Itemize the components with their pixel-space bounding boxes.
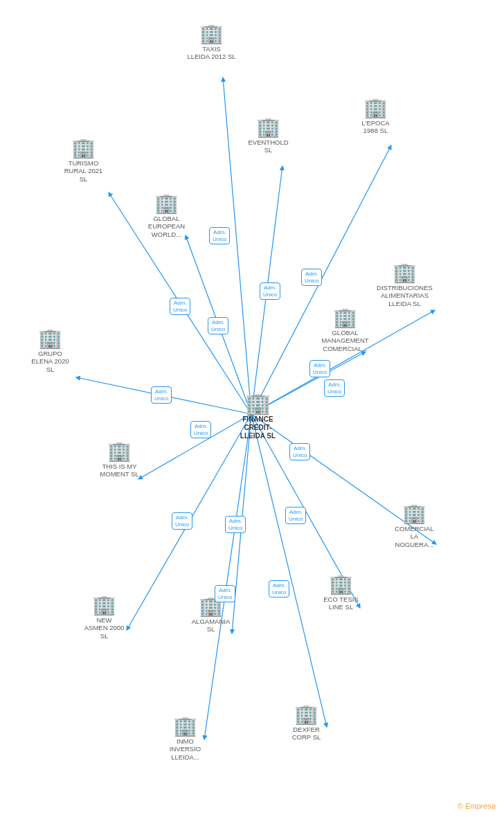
building-icon-eco_tesis: 🏢 xyxy=(329,575,353,594)
node-global_european[interactable]: 🏢GLOBALEUROPEANWORLD... xyxy=(137,194,196,238)
building-icon-dexfer_corp: 🏢 xyxy=(294,705,318,724)
node-comercial_noguera[interactable]: 🏢COMERCIALLANOGUERA... xyxy=(385,504,444,548)
badge-b6[interactable]: Adm.Unico xyxy=(151,386,172,404)
building-icon-distribuciones: 🏢 xyxy=(393,263,417,282)
node-dexfer_corp[interactable]: 🏢DEXFERCORP SL xyxy=(277,705,336,742)
building-icon-turismo: 🏢 xyxy=(71,138,96,158)
label-eventhold: EVENTHOLDSL xyxy=(248,138,288,154)
badge-b10[interactable]: Adm.Unico xyxy=(289,443,310,460)
graph-container: 🏢 FINANCE CREDIT-LLEIDA SL 🏢TAXISLLEIDA … xyxy=(0,0,504,817)
label-lepoca: L'EPOCA1988 SL xyxy=(361,119,389,135)
badge-b11[interactable]: Adm.Unico xyxy=(172,512,192,530)
badge-b4[interactable]: Adm.Unico xyxy=(260,282,280,300)
badge-b12[interactable]: Adm.Unico xyxy=(225,516,246,533)
badge-b5[interactable]: Adm.Unico xyxy=(301,269,322,286)
building-icon-inmo: 🏢 xyxy=(173,717,197,736)
badge-b7[interactable]: Adm.Unico xyxy=(190,421,211,438)
node-distribuciones[interactable]: 🏢DISTRIBUCIONESALIMENTARIASLLEIDA SL xyxy=(375,263,434,307)
node-this_is_moment[interactable]: 🏢THIS IS MYMOMENT SL xyxy=(90,442,149,478)
copyright: © Empresa xyxy=(458,802,496,810)
badge-b3[interactable]: Adm.Unico xyxy=(208,317,228,334)
building-icon-this_is_moment: 🏢 xyxy=(107,442,132,461)
badge-b15[interactable]: Adm.Unico xyxy=(269,580,289,598)
node-inmo[interactable]: 🏢INMOINVERSIOLLEIDA... xyxy=(156,717,215,761)
badge-b1[interactable]: Adm.Unico xyxy=(209,227,230,244)
building-icon-grupo_elena: 🏢 xyxy=(38,329,62,348)
node-lepoca[interactable]: 🏢L'EPOCA1988 SL xyxy=(346,98,405,135)
node-taxis[interactable]: 🏢TAXISLLEIDA 2012 SL xyxy=(182,24,241,61)
label-this_is_moment: THIS IS MYMOMENT SL xyxy=(100,463,138,478)
building-icon-global_european: 🏢 xyxy=(154,194,179,213)
building-icon-lepoca: 🏢 xyxy=(363,98,388,118)
building-icon-center: 🏢 xyxy=(245,393,271,414)
building-icon-global_management: 🏢 xyxy=(333,308,357,327)
building-icon-new_asmen: 🏢 xyxy=(92,595,116,615)
node-new_asmen[interactable]: 🏢NEWASMEN 2000SL xyxy=(75,595,134,640)
building-icon-comercial_noguera: 🏢 xyxy=(402,504,426,523)
svg-line-13 xyxy=(251,414,327,727)
label-grupo_elena: GRUPOELENA 2020SL xyxy=(31,350,69,373)
badge-b9[interactable]: Adm.Unico xyxy=(324,379,345,397)
label-dexfer_corp: DEXFERCORP SL xyxy=(292,726,321,742)
label-distribuciones: DISTRIBUCIONESALIMENTARIASLLEIDA SL xyxy=(377,284,433,307)
badge-b8[interactable]: Adm.Unico xyxy=(309,360,330,377)
label-algamania: ALGAMANIASL xyxy=(192,618,230,634)
label-comercial_noguera: COMERCIALLANOGUERA... xyxy=(395,525,433,548)
node-global_management[interactable]: 🏢GLOBALMANAGEMENTCOMERCIAL... xyxy=(316,308,375,352)
label-new_asmen: NEWASMEN 2000SL xyxy=(84,616,125,640)
center-node[interactable]: 🏢 FINANCE CREDIT-LLEIDA SL xyxy=(228,393,287,440)
center-label: FINANCE CREDIT-LLEIDA SL xyxy=(228,415,287,440)
badge-b2[interactable]: Adm.Unico xyxy=(170,298,190,315)
building-icon-taxis: 🏢 xyxy=(199,24,224,44)
building-icon-eventhold: 🏢 xyxy=(256,118,280,137)
badge-b13[interactable]: Adm.Unico xyxy=(285,507,306,524)
label-global_management: GLOBALMANAGEMENTCOMERCIAL... xyxy=(321,329,368,352)
node-grupo_elena[interactable]: 🏢GRUPOELENA 2020SL xyxy=(21,329,80,373)
label-eco_tesis: ECO TESISLINE SL xyxy=(323,595,359,611)
badge-b14[interactable]: Adm.Unico xyxy=(215,585,235,602)
label-taxis: TAXISLLEIDA 2012 SL xyxy=(187,45,235,61)
label-inmo: INMOINVERSIOLLEIDA... xyxy=(170,737,201,761)
label-global_european: GLOBALEUROPEANWORLD... xyxy=(148,215,185,238)
node-eco_tesis[interactable]: 🏢ECO TESISLINE SL xyxy=(312,575,370,611)
label-turismo: TURISMORURAL 2021SL xyxy=(64,159,103,183)
node-eventhold[interactable]: 🏢EVENTHOLDSL xyxy=(239,118,298,154)
node-turismo[interactable]: 🏢TURISMORURAL 2021SL xyxy=(54,138,113,183)
svg-line-14 xyxy=(204,414,251,739)
